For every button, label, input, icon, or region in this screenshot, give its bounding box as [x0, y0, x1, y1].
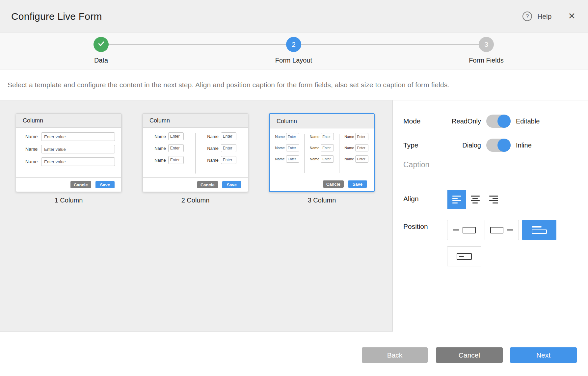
- caption-section-divider: [403, 180, 580, 180]
- mini-form-row: Name: [344, 144, 368, 151]
- mini-form-column: NameNameName: [143, 132, 195, 177]
- step-data-circle[interactable]: [94, 37, 109, 52]
- align-center-icon: [471, 196, 480, 203]
- mini-field-input: [355, 144, 368, 151]
- mini-form-row: Name: [310, 155, 334, 163]
- position-label: Position: [403, 223, 428, 230]
- mini-form-row: Name: [207, 132, 236, 140]
- mode-toggle[interactable]: [486, 115, 511, 128]
- mini-field-input: [321, 155, 334, 163]
- mini-field-label: Name: [154, 146, 166, 151]
- help-label: Help: [537, 13, 551, 20]
- cancel-button[interactable]: Cancel: [436, 347, 503, 363]
- mini-form-footer: Cancle Save: [16, 177, 121, 192]
- mini-form-title: Column: [270, 114, 374, 128]
- mini-form-column: NameNameName: [339, 133, 374, 177]
- template-card-3-column-selected[interactable]: Column NameNameNameNameNameNameNameNameN…: [269, 113, 375, 192]
- mode-readonly-label: ReadOnly: [447, 118, 481, 125]
- align-right-icon: [489, 196, 498, 203]
- help-icon: ?: [522, 12, 532, 21]
- position-caption-inside-button[interactable]: [447, 246, 481, 266]
- step-form-layout-label: Form Layout: [257, 57, 330, 64]
- mini-form-footer: Cancle Save: [270, 177, 374, 191]
- mini-field-label: Name: [310, 135, 319, 139]
- mode-editable-label: Editable: [516, 118, 540, 125]
- mini-save-button: Save: [348, 180, 367, 188]
- mini-field-label: Name: [207, 134, 219, 139]
- caption-left-icon: [453, 227, 476, 233]
- mini-field-label: Name: [25, 159, 41, 164]
- mini-field-input: [321, 133, 334, 140]
- mini-field-label: Name: [275, 157, 284, 161]
- mini-form-body: NameNameNameNameNameName: [143, 128, 248, 177]
- dialog-header: Configure Live Form ? Help ✕: [0, 0, 588, 33]
- mini-save-button: Save: [95, 181, 115, 188]
- template-caption-1-column: 1 Column: [16, 197, 121, 204]
- mini-field-label: Name: [344, 135, 354, 139]
- mini-form-row: Name: [207, 144, 236, 152]
- mini-form-row: Name: [310, 144, 334, 151]
- position-caption-right-button[interactable]: [485, 220, 519, 240]
- header-actions: ? Help ✕: [522, 0, 575, 33]
- mini-form-row: Name: [275, 133, 299, 140]
- page-title: Configure Live Form: [11, 11, 102, 22]
- align-button-group: [447, 190, 503, 209]
- mini-cancel-button: Cancle: [323, 180, 344, 188]
- mini-form-row: Name: [154, 144, 184, 152]
- mini-field-input: [355, 133, 368, 140]
- wizard-stepper: 2 3 Data Form Layout Form Fields: [0, 33, 588, 69]
- caption-right-icon: [490, 227, 513, 233]
- next-button[interactable]: Next: [510, 347, 577, 363]
- mini-form-body: NameNameNameNameNameNameNameNameName: [270, 128, 374, 177]
- step-form-fields-circle[interactable]: 3: [479, 37, 494, 52]
- type-inline-label: Inline: [516, 142, 532, 149]
- mini-form-row: Name: [344, 155, 368, 163]
- mini-form-body: NameNameName: [16, 128, 121, 177]
- description-text: Select a template and configure the cont…: [8, 81, 449, 89]
- mini-field-label: Name: [275, 135, 284, 139]
- help-button[interactable]: ? Help: [522, 12, 551, 21]
- align-left-button[interactable]: [447, 190, 466, 209]
- template-card-2-column[interactable]: Column NameNameNameNameNameName Cancle S…: [143, 113, 248, 192]
- back-button[interactable]: Back: [362, 347, 428, 363]
- mini-field-label: Name: [154, 134, 166, 139]
- mini-field-input: [168, 144, 184, 152]
- template-card-1-column[interactable]: Column NameNameName Cancle Save: [16, 113, 121, 192]
- position-caption-top-button-selected[interactable]: [522, 220, 556, 240]
- settings-panel: Mode ReadOnly Editable Type Dialog Inlin…: [392, 100, 588, 332]
- mini-field-input: [286, 144, 299, 151]
- mini-field-input: [286, 133, 299, 140]
- mini-field-label: Name: [207, 146, 219, 151]
- position-caption-left-button[interactable]: [447, 220, 481, 240]
- main-content: Column NameNameName Cancle Save Column N…: [0, 100, 588, 332]
- mini-field-label: Name: [344, 146, 354, 150]
- mini-form-column: NameNameName: [16, 132, 121, 177]
- mini-field-input: [221, 144, 236, 152]
- type-label: Type: [403, 141, 447, 149]
- mode-label: Mode: [403, 117, 447, 125]
- mini-field-input: [221, 156, 236, 164]
- mini-field-input: [355, 155, 368, 163]
- mini-form-footer: Cancle Save: [143, 177, 248, 192]
- mini-form-row: Name: [25, 145, 115, 153]
- description-bar: Select a template and configure the cont…: [0, 69, 588, 100]
- mini-field-label: Name: [154, 158, 166, 163]
- mini-field-input: [168, 132, 184, 140]
- mini-form-row: Name: [275, 155, 299, 163]
- close-icon[interactable]: ✕: [568, 12, 575, 21]
- mini-field-input: [41, 132, 115, 141]
- align-label: Align: [403, 195, 419, 203]
- type-toggle[interactable]: [486, 139, 511, 152]
- mini-field-label: Name: [344, 157, 354, 161]
- align-center-button[interactable]: [466, 190, 484, 209]
- mini-field-input: [41, 157, 115, 166]
- mini-field-input: [286, 155, 299, 163]
- step-form-fields-label: Form Fields: [450, 57, 522, 64]
- caption-inside-icon: [457, 253, 472, 260]
- step-form-layout-circle[interactable]: 2: [286, 37, 301, 52]
- align-right-button[interactable]: [484, 190, 503, 209]
- mini-form-column: NameNameName: [196, 132, 248, 177]
- mini-field-input: [168, 156, 184, 164]
- template-caption-2-column: 2 Column: [143, 197, 248, 204]
- mini-field-label: Name: [25, 147, 41, 152]
